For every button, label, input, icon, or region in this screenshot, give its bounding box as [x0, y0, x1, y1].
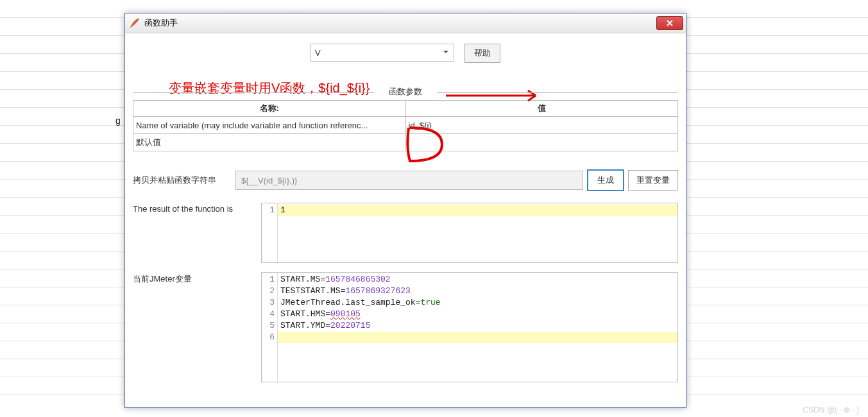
params-header-value: 值	[406, 100, 678, 117]
generate-button[interactable]: 生成	[587, 169, 624, 191]
table-row[interactable]: 默认值	[133, 134, 677, 151]
param-name-1: 默认值	[133, 134, 406, 151]
params-header-name: 名称:	[133, 100, 406, 117]
watermark: CSDN @( · ⊕ · )	[803, 405, 859, 414]
feather-icon	[129, 17, 140, 29]
param-value-0[interactable]: id_${i}	[406, 117, 678, 133]
jmeter-vars-box[interactable]: 123456 START.MS=1657846865302TESTSTART.M…	[261, 272, 678, 382]
table-row[interactable]: Name of variable (may include variable a…	[133, 117, 677, 134]
copy-paste-label: 拷贝并粘贴函数字符串	[133, 174, 232, 186]
close-button[interactable]	[656, 16, 683, 30]
generate-button-label: 生成	[597, 174, 614, 186]
function-string-field[interactable]: ${__V(id_${i},)}	[235, 171, 583, 190]
help-button[interactable]: 帮助	[464, 44, 500, 63]
param-name-0: Name of variable (may include variable a…	[133, 117, 406, 133]
result-line-1: 1	[278, 205, 677, 216]
params-group-label: 函数参数	[389, 87, 422, 96]
window-title: 函数助手	[144, 17, 178, 29]
function-helper-window: 函数助手 V 帮助 变量嵌套变量时用V函数，${id_${i}} 函数	[124, 13, 686, 408]
function-select[interactable]: V	[311, 44, 454, 62]
function-select-value: V	[315, 48, 321, 58]
background-label: g	[115, 115, 121, 126]
result-label: The result of the function is	[133, 203, 261, 263]
jmeter-vars-label: 当前JMeter变量	[133, 272, 261, 382]
params-table: 名称: 值 Name of variable (may include vari…	[133, 100, 678, 151]
titlebar[interactable]: 函数助手	[125, 13, 686, 33]
reset-vars-button[interactable]: 重置变量	[628, 170, 678, 191]
chevron-down-icon	[442, 48, 450, 58]
param-value-1[interactable]	[406, 134, 678, 151]
result-box[interactable]: 1 1	[261, 203, 678, 263]
reset-vars-button-label: 重置变量	[636, 174, 670, 186]
help-button-label: 帮助	[474, 47, 491, 59]
